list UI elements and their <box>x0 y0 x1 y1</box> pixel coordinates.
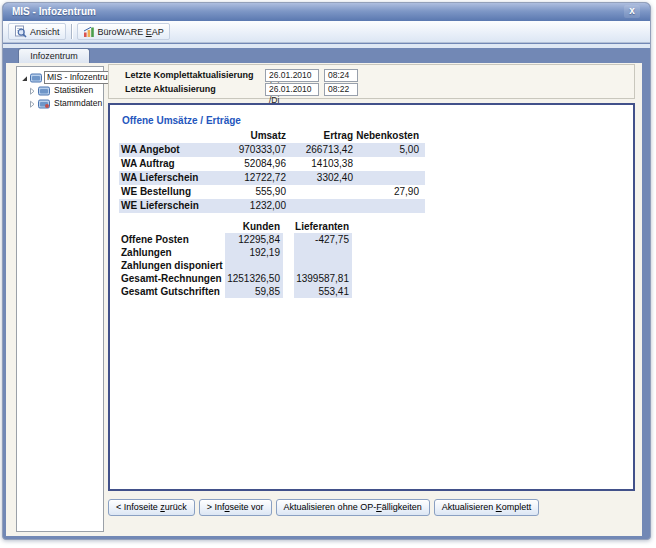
navigation-tree: MIS - Infozentrum Statistiken <box>16 66 104 532</box>
tab-band: Infozentrum <box>3 48 650 63</box>
aktualisieren-komplett-button[interactable]: Aktualisieren Komplett <box>434 499 540 516</box>
update-info-panel: Letzte Komplettaktualisierung 26.01.2010… <box>108 64 635 99</box>
accounts-table-header: Kunden Lieferanten <box>119 220 352 233</box>
column-header-kunden: Kunden <box>225 220 283 233</box>
aktualisieren-ohne-op-faelligkeiten-button[interactable]: Aktualisieren ohne OP-Fälligkeiten <box>276 499 430 516</box>
report-title: Offene Umsätze / Erträge <box>122 115 241 126</box>
table-row: Gesamt Gutschriften 59,85 553,41 <box>119 285 352 298</box>
tree-collapsed-arrow-icon[interactable] <box>28 87 36 95</box>
last-full-update-time-field[interactable]: 08:24 <box>324 69 358 82</box>
column-header-nebenkosten: Nebenkosten <box>353 129 419 143</box>
column-header-ertrag: Ertrag <box>286 129 353 143</box>
table-row: Gesamt-Rechnungen 1251326,50 1399587,81 <box>119 272 352 285</box>
tree-collapsed-arrow-icon[interactable] <box>28 100 36 108</box>
table-row: WA Lieferschein 12722,72 3302,40 <box>119 171 425 185</box>
infoseite-zurueck-button[interactable]: < Infoseite zurück <box>108 499 195 516</box>
infoseite-vor-button[interactable]: > Infoseite vor <box>199 499 272 516</box>
last-full-update-date-field[interactable]: 26.01.2010 /Di <box>265 69 319 82</box>
tree-node-icon <box>38 86 50 96</box>
report-panel: Offene Umsätze / Erträge Umsatz Ertrag N… <box>108 103 635 491</box>
table-row: Zahlungen 192,19 <box>119 246 352 259</box>
window-title: MIS - Infozentrum <box>12 6 96 17</box>
tree-node-icon <box>38 99 50 109</box>
last-full-update-row: Letzte Komplettaktualisierung 26.01.2010… <box>109 70 634 82</box>
tab-infozentrum[interactable]: Infozentrum <box>18 48 90 63</box>
tree-item-label: Statistiken <box>52 85 95 96</box>
content-area: MIS - Infozentrum Statistiken <box>6 63 642 536</box>
last-update-label: Letzte Aktualisierung <box>125 84 216 94</box>
table-row: WE Lieferschein 1232,00 <box>119 199 425 213</box>
tree-item-label: MIS - Infozentrum <box>44 71 118 84</box>
table-row: WE Bestellung 555,90 27,90 <box>119 185 425 199</box>
view-magnifier-icon <box>14 25 27 38</box>
tree-item-statistiken[interactable]: Statistiken <box>17 84 103 97</box>
tree-item-label: Stammdaten <box>52 98 104 109</box>
sales-table: Umsatz Ertrag Nebenkosten WA Angebot 970… <box>119 129 425 213</box>
sales-table-header: Umsatz Ertrag Nebenkosten <box>119 129 425 143</box>
title-bar: MIS - Infozentrum x <box>3 3 650 21</box>
table-row: WA Auftrag 52084,96 14103,38 <box>119 157 425 171</box>
table-row: Offene Posten 12295,84 -427,75 <box>119 233 352 246</box>
toolbar: Ansicht BüroWARE EAP <box>3 21 650 43</box>
table-row: WA Angebot 970333,07 266713,42 5,00 <box>119 143 425 157</box>
last-update-time-field[interactable]: 08:22 <box>324 83 358 96</box>
footer-button-row: < Infoseite zurück > Infoseite vor Aktua… <box>108 499 539 516</box>
ansicht-label: Ansicht <box>30 27 60 37</box>
buroware-eap-label: BüroWARE EAP <box>98 27 164 37</box>
accounts-table: Kunden Lieferanten Offene Posten 12295,8… <box>119 220 352 298</box>
ansicht-button[interactable]: Ansicht <box>8 23 66 40</box>
last-update-date-field[interactable]: 26.01.2010 /Di <box>265 83 319 96</box>
toolbar-separator <box>71 24 72 39</box>
column-header-umsatz: Umsatz <box>225 129 286 143</box>
buroware-eap-icon <box>83 26 95 38</box>
last-update-row: Letzte Aktualisierung 26.01.2010 /Di 08:… <box>109 84 634 96</box>
tree-node-icon <box>30 73 42 83</box>
buroware-eap-button[interactable]: BüroWARE EAP <box>77 23 170 40</box>
tree-item-stammdaten[interactable]: Stammdaten <box>17 97 103 110</box>
last-full-update-label: Letzte Komplettaktualisierung <box>125 70 254 80</box>
tree-item-mis-infozentrum[interactable]: MIS - Infozentrum <box>17 71 103 84</box>
table-row: Zahlungen disponiert <box>119 259 352 272</box>
tree-expanded-arrow-icon[interactable] <box>20 74 28 82</box>
column-header-lieferanten: Lieferanten <box>294 220 352 233</box>
close-icon[interactable]: x <box>624 5 640 18</box>
app-window: MIS - Infozentrum x Ansicht BüroWARE EAP <box>2 2 651 540</box>
